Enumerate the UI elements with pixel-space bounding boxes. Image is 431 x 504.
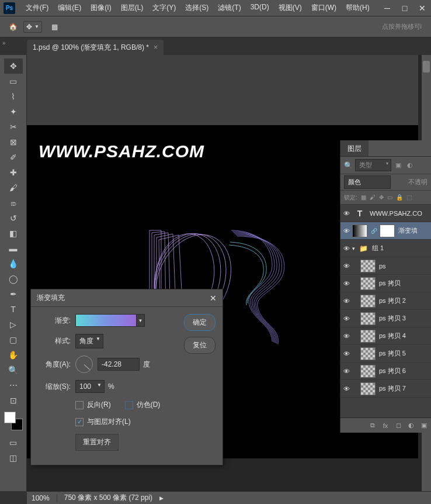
dodge-tool[interactable]: ◯ xyxy=(4,271,23,286)
home-icon[interactable]: 🏠 xyxy=(5,19,21,35)
menu-item[interactable]: 窗口(W) xyxy=(307,0,341,16)
scroll-thumb[interactable] xyxy=(423,61,430,73)
minimize-button[interactable]: ─ xyxy=(378,1,396,15)
visibility-icon[interactable]: 👁 xyxy=(340,245,352,252)
color-swatches[interactable] xyxy=(4,412,23,430)
angle-input[interactable] xyxy=(98,358,140,371)
layer-row[interactable]: 👁▾📁组 1 xyxy=(340,240,431,257)
layer-row[interactable]: 👁ps 拷贝 7 xyxy=(340,380,431,398)
lock-paint-icon[interactable]: 🖌 xyxy=(370,194,376,201)
adjustment-layer-icon[interactable]: ◐ xyxy=(406,422,416,429)
layer-row[interactable]: 👁TWWW.PSAHZ.CO xyxy=(340,205,431,222)
dialog-close-icon[interactable]: ✕ xyxy=(210,294,217,303)
new-group-icon[interactable]: ▣ xyxy=(419,422,429,429)
layer-row[interactable]: 👁ps 拷贝 3 xyxy=(340,310,431,327)
layer-thumbnail[interactable] xyxy=(360,295,376,308)
history-brush-tool[interactable]: ↺ xyxy=(4,210,23,226)
layer-row[interactable]: 👁ps 拷贝 5 xyxy=(340,345,431,363)
layer-name[interactable]: ps 拷贝 6 xyxy=(379,367,406,375)
marquee-tool[interactable]: ▭ xyxy=(4,74,23,89)
visibility-icon[interactable]: 👁 xyxy=(340,315,352,322)
layers-tab[interactable]: 图层 xyxy=(340,140,369,156)
filter-type-select[interactable]: 类型 ▾ xyxy=(355,159,391,171)
blur-tool[interactable]: 💧 xyxy=(4,256,23,271)
layer-thumbnail[interactable] xyxy=(360,365,376,378)
layer-name[interactable]: ps 拷贝 4 xyxy=(379,332,406,340)
lasso-tool[interactable]: ⌇ xyxy=(4,89,23,104)
layer-thumbnail[interactable] xyxy=(360,312,376,325)
healing-tool[interactable]: ✚ xyxy=(4,165,23,180)
dither-checkbox[interactable] xyxy=(125,401,133,409)
dialog-titlebar[interactable]: 渐变填充 ✕ xyxy=(31,289,223,307)
layer-name[interactable]: ps 拷贝 3 xyxy=(379,314,406,323)
layer-thumbnail[interactable] xyxy=(360,277,376,290)
layer-thumbnail[interactable] xyxy=(360,347,376,360)
maximize-button[interactable]: □ xyxy=(396,1,413,15)
visibility-icon[interactable]: 👁 xyxy=(340,210,352,217)
layer-style-icon[interactable]: fx xyxy=(381,422,390,429)
eraser-tool[interactable]: ◧ xyxy=(4,226,23,241)
mask-mode[interactable]: ⊡ xyxy=(4,393,23,408)
visibility-icon[interactable]: 👁 xyxy=(340,298,352,305)
layer-name[interactable]: ps 拷贝 2 xyxy=(379,296,406,305)
type-tool[interactable]: T xyxy=(4,302,23,317)
layer-name[interactable]: 组 1 xyxy=(372,244,384,253)
menu-item[interactable]: 图层(L) xyxy=(116,0,148,16)
expand-icon[interactable]: ▾ xyxy=(352,246,359,251)
layer-name[interactable]: 渐变填 xyxy=(398,226,418,235)
layer-thumbnail[interactable] xyxy=(360,382,376,395)
filter-image-icon[interactable]: ▣ xyxy=(394,161,403,170)
rectangle-tool[interactable]: ▢ xyxy=(4,332,23,347)
brush-tool[interactable]: 🖌 xyxy=(4,180,23,195)
eyedropper-tool[interactable]: ✐ xyxy=(4,150,23,165)
fill-icon[interactable]: ⬚ xyxy=(406,194,412,201)
scale-input[interactable]: 100 ▼ xyxy=(75,380,105,393)
lock-artboard-icon[interactable]: ▭ xyxy=(387,194,392,201)
menu-item[interactable]: 选择(S) xyxy=(180,0,213,16)
style-select[interactable]: 角度 ▼ xyxy=(75,334,103,348)
crop-tool[interactable]: ✂ xyxy=(4,119,23,134)
gradient-preview[interactable] xyxy=(75,314,137,327)
lock-pixels-icon[interactable]: ▦ xyxy=(361,194,366,201)
reset-align-button[interactable]: 重置对齐 xyxy=(75,434,119,451)
link-layers-icon[interactable]: ⧉ xyxy=(368,422,377,429)
reverse-checkbox[interactable] xyxy=(75,401,84,409)
menu-item[interactable]: 图像(I) xyxy=(86,0,116,16)
visibility-icon[interactable]: 👁 xyxy=(340,333,352,340)
layer-name[interactable]: ps 拷贝 7 xyxy=(379,384,406,393)
edit-toolbar[interactable]: ⋯ xyxy=(4,378,23,393)
menu-item[interactable]: 视图(V) xyxy=(274,0,307,16)
visibility-icon[interactable]: 👁 xyxy=(340,350,352,357)
path-select-tool[interactable]: ▷ xyxy=(4,317,23,332)
close-button[interactable]: ✕ xyxy=(413,1,431,15)
stamp-tool[interactable]: ⎄ xyxy=(4,195,23,210)
layer-name[interactable]: ps 拷贝 5 xyxy=(379,349,406,358)
layer-row[interactable]: 👁ps 拷贝 4 xyxy=(340,327,431,345)
layer-row[interactable]: 👁🔗渐变填 xyxy=(340,222,431,240)
layer-name[interactable]: WWW.PSAHZ.CO xyxy=(370,210,422,217)
add-mask-icon[interactable]: ◻ xyxy=(394,422,403,429)
gradient-dropdown-icon[interactable]: ▼ xyxy=(137,314,145,327)
align-icon[interactable]: ▦ xyxy=(47,19,63,35)
move-tool-options[interactable]: ✥ ▼ xyxy=(23,21,42,33)
visibility-icon[interactable]: 👁 xyxy=(340,263,352,270)
hand-tool[interactable]: ✋ xyxy=(4,347,23,363)
layer-name[interactable]: ps 拷贝 xyxy=(379,279,401,288)
layer-name[interactable]: ps xyxy=(379,263,386,270)
zoom-level[interactable]: 100% xyxy=(32,494,57,502)
foreground-color[interactable] xyxy=(4,412,16,423)
layer-thumbnail[interactable] xyxy=(352,225,367,237)
menu-item[interactable]: 文件(F) xyxy=(21,0,53,16)
layer-thumbnail[interactable] xyxy=(360,260,376,272)
layer-thumbnail[interactable] xyxy=(360,330,376,343)
lock-position-icon[interactable]: ✥ xyxy=(379,194,384,201)
menu-item[interactable]: 文字(Y) xyxy=(148,0,180,16)
layer-row[interactable]: 👁ps xyxy=(340,257,431,275)
visibility-icon[interactable]: 👁 xyxy=(340,280,352,287)
menu-item[interactable]: 3D(D) xyxy=(246,0,274,16)
menu-item[interactable]: 帮助(H) xyxy=(341,0,374,16)
lock-all-icon[interactable]: 🔒 xyxy=(396,194,403,201)
visibility-icon[interactable]: 👁 xyxy=(340,227,352,234)
visibility-icon[interactable]: 👁 xyxy=(340,368,352,375)
zoom-tool[interactable]: 🔍 xyxy=(4,363,23,378)
